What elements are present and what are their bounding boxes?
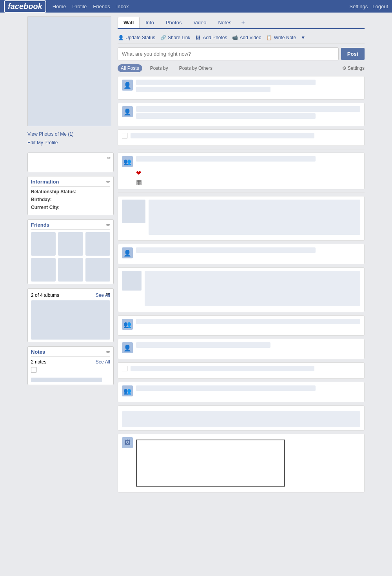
person-icon-2: 👤 bbox=[123, 108, 131, 116]
bio-box: ✏ bbox=[27, 153, 114, 172]
notes-sidebar-box: Notes ✏ 2 notes See All bbox=[27, 346, 114, 385]
albums-area[interactable] bbox=[31, 300, 110, 340]
wall-post-3 bbox=[118, 129, 365, 146]
filter-posts-by[interactable]: Posts by bbox=[147, 64, 171, 72]
update-status-button[interactable]: 👤 Update Status bbox=[118, 35, 155, 41]
wall-post-6: 👤 bbox=[118, 244, 365, 264]
post-3-content bbox=[131, 133, 360, 140]
post-4-row: 👥 bbox=[122, 156, 360, 167]
link-icon: 🔗 bbox=[160, 35, 166, 41]
add-tab-button[interactable]: + bbox=[237, 16, 249, 28]
post-2-row: 👤 bbox=[122, 106, 360, 120]
wall-post-5 bbox=[118, 196, 365, 241]
nav-profile[interactable]: Profile bbox=[73, 4, 87, 9]
note-text-line bbox=[31, 378, 102, 382]
post-1-avatar: 👤 bbox=[122, 80, 133, 91]
post-10-row bbox=[122, 366, 360, 373]
post-3-row bbox=[122, 133, 360, 140]
post-5-media-content bbox=[149, 200, 360, 235]
post-13-content bbox=[136, 437, 360, 487]
post-3-line bbox=[131, 133, 314, 138]
notes-edit-icon[interactable]: ✏ bbox=[106, 349, 110, 355]
person-icon-4: 👤 bbox=[123, 344, 131, 352]
friend-thumb-3[interactable] bbox=[85, 232, 110, 256]
facebook-logo: facebook bbox=[4, 0, 46, 13]
nav-links: Home Profile Friends Inbox bbox=[53, 4, 129, 9]
albums-box: ✏ 2 of 4 albums See All bbox=[27, 288, 114, 342]
status-input[interactable] bbox=[118, 47, 339, 60]
status-input-row: Post bbox=[118, 47, 365, 60]
film-icon: ▦ bbox=[136, 179, 142, 185]
post-7-media-content bbox=[145, 271, 360, 306]
post-3-checkbox[interactable] bbox=[122, 133, 127, 138]
post-10-checkbox[interactable] bbox=[122, 366, 127, 371]
post-2-content bbox=[136, 106, 360, 120]
tab-video[interactable]: Video bbox=[187, 17, 212, 28]
page-wrapper: View Photos of Me (1) Edit My Profile ✏ … bbox=[24, 13, 368, 500]
photo-add-icon: 🖼 bbox=[195, 35, 201, 41]
bio-edit-icon[interactable]: ✏ bbox=[107, 155, 111, 161]
notes-see-all[interactable]: See All bbox=[96, 359, 110, 365]
filter-all-posts[interactable]: All Posts bbox=[118, 64, 142, 72]
more-actions-dropdown[interactable]: ▼ bbox=[301, 35, 305, 40]
post-9-content bbox=[136, 342, 360, 349]
tab-notes[interactable]: Notes bbox=[212, 17, 237, 28]
tab-wall[interactable]: Wall bbox=[118, 17, 140, 28]
profile-photo[interactable] bbox=[27, 16, 111, 126]
nav-home[interactable]: Home bbox=[53, 4, 66, 9]
tab-photos[interactable]: Photos bbox=[160, 17, 187, 28]
write-note-button[interactable]: 📋 Write Note bbox=[266, 35, 296, 41]
nav-friends[interactable]: Friends bbox=[93, 4, 110, 9]
post-1-line-2 bbox=[136, 87, 270, 92]
group-icon-2: 👥 bbox=[123, 321, 131, 328]
post-2-line-2 bbox=[136, 113, 316, 119]
friends-edit-icon[interactable]: ✏ bbox=[106, 222, 110, 228]
share-link-button[interactable]: 🔗 Share Link bbox=[160, 35, 190, 41]
post-7-row bbox=[122, 271, 360, 306]
post-13-video-box bbox=[136, 440, 285, 487]
top-navigation: facebook Home Profile Friends Inbox Sett… bbox=[0, 0, 392, 13]
notes-sidebar-title: Notes bbox=[31, 349, 45, 355]
add-photos-button[interactable]: 🖼 Add Photos bbox=[195, 35, 227, 41]
tab-info[interactable]: Info bbox=[140, 17, 160, 28]
edit-profile-link[interactable]: Edit My Profile bbox=[27, 139, 114, 147]
friend-thumb-6[interactable] bbox=[85, 258, 110, 282]
post-10-content bbox=[131, 366, 360, 373]
wall-post-13: 🖼 bbox=[118, 434, 365, 492]
post-12-comment[interactable] bbox=[122, 411, 360, 427]
information-title: Information bbox=[31, 179, 59, 185]
relationship-field: Relationship Status: bbox=[31, 189, 110, 194]
logout-link[interactable]: Logout bbox=[372, 4, 388, 9]
post-1-row: 👤 bbox=[122, 80, 360, 94]
friend-thumb-4[interactable] bbox=[31, 258, 56, 282]
filter-posts-by-others[interactable]: Posts by Others bbox=[176, 64, 216, 72]
post-9-avatar: 👤 bbox=[122, 342, 133, 353]
nav-inbox[interactable]: Inbox bbox=[116, 4, 129, 9]
post-6-line bbox=[136, 247, 316, 253]
person-icon-1: 👤 bbox=[123, 82, 131, 89]
add-video-button[interactable]: 📹 Add Video bbox=[232, 35, 261, 41]
filter-settings[interactable]: ⚙ Settings bbox=[342, 65, 365, 71]
friends-header: Friends ✏ bbox=[31, 222, 110, 230]
post-7-thumb bbox=[122, 271, 142, 291]
view-photos-link[interactable]: View Photos of Me (1) bbox=[27, 130, 114, 139]
right-column: Wall Info Photos Video Notes + 👤 Update … bbox=[118, 16, 365, 496]
post-11-avatar: 👥 bbox=[122, 385, 133, 396]
information-edit-icon[interactable]: ✏ bbox=[106, 179, 110, 185]
post-8-avatar: 👥 bbox=[122, 319, 133, 330]
post-4-film-row: ▦ bbox=[136, 178, 360, 186]
post-13-avatar: 🖼 bbox=[122, 437, 133, 448]
settings-link[interactable]: Settings bbox=[349, 4, 368, 9]
albums-edit-icon[interactable]: ✏ bbox=[106, 291, 110, 297]
wall-post-1: 👤 bbox=[118, 76, 365, 100]
note-checkbox[interactable] bbox=[31, 367, 36, 372]
post-10-line bbox=[131, 366, 314, 371]
post-button[interactable]: Post bbox=[341, 48, 365, 60]
information-header: Information ✏ bbox=[31, 179, 110, 187]
friend-thumb-1[interactable] bbox=[31, 232, 56, 256]
birthday-field: Birthday: bbox=[31, 197, 110, 202]
friend-thumb-2[interactable] bbox=[58, 232, 83, 256]
wall-post-9: 👤 bbox=[118, 339, 365, 359]
friend-thumb-5[interactable] bbox=[58, 258, 83, 282]
post-8-line-1 bbox=[136, 319, 360, 324]
